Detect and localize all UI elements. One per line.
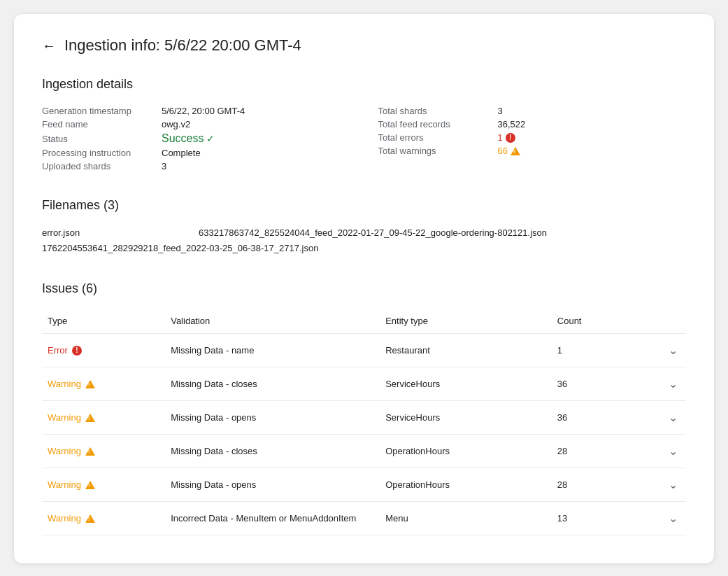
col-header-type: Type <box>42 309 171 334</box>
page-title: Ingestion info: 5/6/22 20:00 GMT-4 <box>64 36 301 55</box>
entity-type-cell: OperationHours <box>385 468 557 502</box>
count-cell: 28 <box>557 435 643 468</box>
detail-row-feed-records: Total feed records 36,522 <box>378 118 687 131</box>
value-feed-records: 36,522 <box>498 119 526 129</box>
entity-type-cell: ServiceHours <box>385 401 557 435</box>
col-header-expand <box>643 309 686 334</box>
count-cell: 36 <box>557 367 643 401</box>
page-header: ← Ingestion info: 5/6/22 20:00 GMT-4 <box>42 36 686 55</box>
issues-title: Issues (6) <box>42 281 686 296</box>
validation-cell: Missing Data - closes <box>171 435 385 468</box>
ingestion-details-title: Ingestion details <box>42 77 686 92</box>
issues-section: Issues (6) Type Validation Entity type C… <box>42 281 686 535</box>
detail-row-feedname: Feed name owg.v2 <box>42 118 350 131</box>
detail-row-uploaded-shards: Uploaded shards 3 <box>42 160 350 173</box>
value-timestamp: 5/6/22, 20:00 GMT-4 <box>162 106 245 116</box>
expand-cell[interactable]: ⌄ <box>643 502 686 535</box>
count-cell: 36 <box>557 401 643 435</box>
validation-cell: Missing Data - closes <box>171 367 385 401</box>
type-warning-label: Warning <box>48 446 162 456</box>
detail-row-timestamp: Generation timestamp 5/6/22, 20:00 GMT-4 <box>42 104 350 118</box>
type-error-label: Error ! <box>48 345 162 356</box>
label-total-shards: Total shards <box>378 106 487 116</box>
entity-type-cell: Menu <box>385 502 557 535</box>
type-label: Warning <box>48 513 81 524</box>
validation-cell: Missing Data - opens <box>171 468 385 502</box>
table-row: Warning Missing Data - closesServiceHour… <box>42 367 686 401</box>
details-grid: Generation timestamp 5/6/22, 20:00 GMT-4… <box>42 104 686 173</box>
expand-cell[interactable]: ⌄ <box>643 468 686 502</box>
detail-row-processing: Processing instruction Complete <box>42 146 350 160</box>
chevron-down-icon[interactable]: ⌄ <box>669 344 678 357</box>
detail-row-total-shards: Total shards 3 <box>378 104 687 118</box>
warning-row-icon <box>85 514 95 523</box>
filenames-list: error.json 633217863742_825524044_feed_2… <box>42 225 686 256</box>
label-total-errors: Total errors <box>378 132 487 143</box>
details-right: Total shards 3 Total feed records 36,522… <box>378 104 687 173</box>
type-label: Error <box>48 345 68 356</box>
error-count: 1 <box>498 132 503 143</box>
filename-3: 1762204553641_282929218_feed_2022-03-25_… <box>42 243 318 253</box>
type-warning-label: Warning <box>48 513 162 524</box>
filename-1: error.json <box>42 227 80 238</box>
label-timestamp: Generation timestamp <box>42 106 150 116</box>
type-warning-label: Warning <box>48 412 162 423</box>
warning-count: 66 <box>498 146 508 156</box>
chevron-down-icon[interactable]: ⌄ <box>669 411 678 424</box>
table-row: Warning Incorrect Data - MenuItem or Men… <box>42 502 686 535</box>
entity-type-cell: OperationHours <box>385 435 557 468</box>
label-feedname: Feed name <box>42 119 150 129</box>
validation-cell: Incorrect Data - MenuItem or MenuAddonIt… <box>171 502 385 535</box>
warning-row-icon <box>85 481 95 489</box>
expand-cell[interactable]: ⌄ <box>643 367 686 401</box>
label-total-warnings: Total warnings <box>378 146 487 156</box>
entity-type-cell: Restaurant <box>385 334 557 367</box>
warning-triangle-icon <box>511 147 520 155</box>
issues-table-header-row: Type Validation Entity type Count <box>42 309 686 334</box>
col-header-count: Count <box>557 309 643 334</box>
warning-row-icon <box>85 447 95 456</box>
type-label: Warning <box>48 412 81 423</box>
expand-cell[interactable]: ⌄ <box>643 334 686 367</box>
ingestion-details-section: Ingestion details Generation timestamp 5… <box>42 77 686 173</box>
warning-row-icon <box>85 414 95 422</box>
type-label: Warning <box>48 479 81 490</box>
type-label: Warning <box>48 379 81 389</box>
label-uploaded-shards: Uploaded shards <box>42 161 150 171</box>
col-header-entity: Entity type <box>385 309 557 334</box>
filename-2: 633217863742_825524044_feed_2022-01-27_0… <box>199 227 547 238</box>
error-row-icon: ! <box>72 346 82 356</box>
chevron-down-icon[interactable]: ⌄ <box>669 478 678 491</box>
checkmark-icon: ✓ <box>206 133 215 144</box>
value-feedname: owg.v2 <box>162 119 190 129</box>
label-processing: Processing instruction <box>42 148 150 158</box>
expand-cell[interactable]: ⌄ <box>643 435 686 468</box>
chevron-down-icon[interactable]: ⌄ <box>669 377 678 391</box>
count-cell: 28 <box>557 468 643 502</box>
value-total-errors: 1 ! <box>498 132 515 143</box>
validation-cell: Missing Data - name <box>171 334 385 367</box>
chevron-down-icon[interactable]: ⌄ <box>669 444 678 458</box>
chevron-down-icon[interactable]: ⌄ <box>669 512 678 525</box>
issues-table: Type Validation Entity type Count Error … <box>42 309 686 535</box>
back-button[interactable]: ← <box>42 38 56 54</box>
type-label: Warning <box>48 446 81 456</box>
value-total-shards: 3 <box>498 106 503 116</box>
value-uploaded-shards: 3 <box>162 161 166 171</box>
error-circle-icon: ! <box>506 133 515 143</box>
warning-row-icon <box>85 380 95 388</box>
filenames-title: Filenames (3) <box>42 198 686 213</box>
value-processing: Complete <box>162 148 201 158</box>
validation-cell: Missing Data - opens <box>171 401 385 435</box>
filenames-section: Filenames (3) error.json 633217863742_82… <box>42 198 686 256</box>
type-warning-label: Warning <box>48 479 162 490</box>
expand-cell[interactable]: ⌄ <box>643 401 686 435</box>
details-left: Generation timestamp 5/6/22, 20:00 GMT-4… <box>42 104 350 173</box>
value-status: Success ✓ <box>162 132 215 145</box>
detail-row-status: Status Success ✓ <box>42 131 350 146</box>
count-cell: 1 <box>557 334 643 367</box>
value-total-warnings: 66 <box>498 146 520 156</box>
table-row: Error ! Missing Data - nameRestaurant1⌄ <box>42 334 686 367</box>
table-row: Warning Missing Data - closesOperationHo… <box>42 435 686 468</box>
detail-row-total-errors: Total errors 1 ! <box>378 131 687 144</box>
